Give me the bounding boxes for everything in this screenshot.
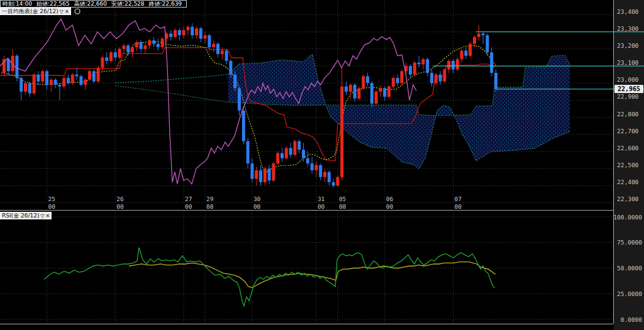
- close-icon[interactable]: ✕: [65, 9, 69, 14]
- candle-body: [50, 80, 53, 85]
- time-field: 時刻:14:00: [3, 1, 32, 7]
- candle-body: [272, 163, 275, 180]
- candle-body: [280, 153, 284, 158]
- rsi-axis-label: 25.0000: [617, 290, 642, 297]
- candle-body: [255, 170, 258, 179]
- candle-body: [302, 150, 305, 158]
- candle-body: [443, 69, 446, 81]
- candle-body: [259, 170, 262, 182]
- candle-body: [24, 83, 27, 92]
- candle-body: [62, 78, 65, 87]
- candle-body: [456, 59, 459, 69]
- ohlc-info-bar: 時刻:14:00 始値:22,565 高値:22,660 安値:22,528 終…: [0, 0, 187, 8]
- candlesticks[interactable]: [3, 23, 497, 187]
- candle-body: [319, 165, 322, 177]
- candle-body: [33, 75, 36, 94]
- price-axis-label: 22,800: [617, 111, 639, 118]
- high-field: 高値:22,660: [74, 1, 108, 7]
- rsi-axis-label: 0.0000: [621, 316, 643, 323]
- candle-body: [332, 182, 335, 185]
- ichimoku-indicator-label[interactable]: 一目均衡表(金 26/12) ▽ ✕: [0, 8, 71, 15]
- price-axis-label: 22,900: [617, 93, 639, 100]
- candle-body: [430, 73, 433, 83]
- candle-body: [186, 27, 189, 30]
- candle-body: [439, 75, 442, 82]
- x-axis-day-label: 05: [339, 195, 346, 202]
- candle-body: [268, 168, 271, 180]
- rsi-axis-label: 100.0000: [613, 214, 642, 221]
- candle-body: [157, 44, 160, 47]
- candle-body: [469, 44, 472, 56]
- price-axis-label: 22,500: [617, 162, 639, 168]
- candle-body: [233, 75, 236, 89]
- annotation-circle-marker[interactable]: [75, 9, 80, 14]
- x-axis-day-label: 29: [206, 195, 214, 202]
- price-axis-label: 22,400: [617, 179, 639, 185]
- candle-body: [486, 35, 489, 52]
- candle-body: [293, 141, 296, 155]
- x-axis-time-label: 00: [48, 203, 56, 210]
- chart-application-window: 23,40023,30023,20023,10023,00022,90022,8…: [0, 0, 644, 330]
- candle-body: [328, 172, 331, 182]
- candle-body: [379, 88, 382, 91]
- x-axis-time-label: 00: [318, 203, 325, 210]
- candle-body: [447, 61, 450, 70]
- x-axis-time-label: 00: [386, 203, 394, 210]
- candle-body: [221, 51, 224, 54]
- x-axis-time-label: 00: [455, 203, 462, 210]
- candle-body: [101, 57, 104, 67]
- candle-body: [413, 63, 416, 75]
- candle-body: [238, 88, 241, 110]
- x-axis-time-label: 00: [253, 203, 261, 210]
- candle-body: [264, 168, 267, 182]
- candle-body: [400, 71, 403, 83]
- price-axis-label: 23,100: [617, 59, 639, 66]
- x-axis-day-label: 30: [253, 195, 261, 202]
- candle-body: [242, 111, 245, 141]
- x-axis-day-label: 27: [185, 195, 192, 202]
- price-axis-label: 22,600: [617, 145, 639, 151]
- candle-body: [323, 172, 326, 177]
- candle-body: [45, 71, 48, 85]
- rsi-axis-label: 75.0000: [617, 239, 642, 246]
- open-field: 始値:22,565: [36, 1, 70, 7]
- candle-body: [88, 71, 91, 80]
- candle-body: [409, 66, 412, 75]
- x-axis-day-label: 07: [455, 195, 462, 202]
- candle-body: [353, 85, 357, 99]
- price-axis-label: 23,000: [617, 76, 639, 83]
- candle-body: [169, 33, 172, 36]
- candle-body: [464, 51, 467, 56]
- candle-body: [370, 83, 374, 104]
- price-axis-label: 23,200: [617, 42, 639, 49]
- candle-body: [383, 88, 386, 97]
- low-field: 安値:22,528: [111, 1, 145, 7]
- candle-body: [36, 75, 40, 82]
- close-icon[interactable]: ✕: [46, 213, 50, 219]
- rsi-indicator-label[interactable]: RSI(金 26/12) ▽ ✕: [0, 212, 52, 219]
- candle-body: [345, 87, 348, 92]
- candle-body: [191, 27, 194, 36]
- candle-body: [421, 59, 425, 64]
- candle-body: [276, 153, 279, 163]
- price-axis-label: 22,700: [617, 128, 639, 135]
- candle-body: [97, 68, 100, 82]
- candle-body: [118, 49, 121, 58]
- candle-body: [114, 52, 117, 57]
- candle-body: [477, 33, 480, 36]
- collapse-icon[interactable]: ▽: [40, 213, 44, 219]
- candle-body: [396, 78, 399, 83]
- candle-body: [494, 73, 497, 89]
- chart-canvas[interactable]: 23,40023,30023,20023,10023,00022,90022,8…: [0, 0, 644, 330]
- candle-body: [140, 42, 143, 49]
- candle-body: [314, 165, 318, 170]
- x-axis-day-label: 06: [386, 195, 394, 202]
- collapse-icon[interactable]: ▽: [60, 9, 64, 14]
- candle-body: [135, 42, 138, 47]
- candle-body: [250, 163, 253, 179]
- candle-body: [54, 80, 57, 85]
- candle-body: [148, 40, 151, 45]
- candle-body: [195, 28, 198, 35]
- candle-body: [490, 52, 493, 73]
- candle-body: [152, 40, 155, 43]
